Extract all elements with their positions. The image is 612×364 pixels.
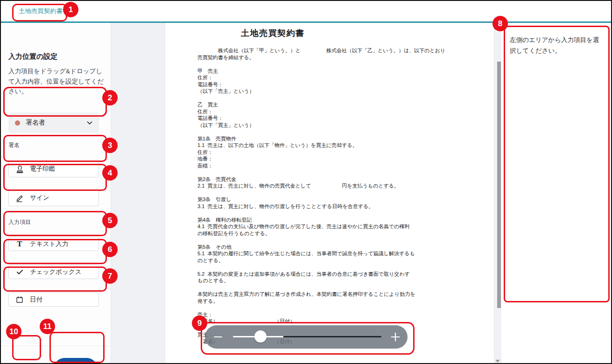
zoom-out-button[interactable]	[210, 329, 226, 345]
signer-dropdown[interactable]: 署名者	[8, 112, 99, 133]
sidebar-description: 入力項目をドラッグ&ドロップして入力内容、位置を設定してください。	[8, 66, 104, 97]
sidebar-footer-divider	[1, 346, 111, 346]
date-tool-label: 日付	[30, 295, 42, 304]
zoom-in-button[interactable]	[387, 329, 404, 345]
header: 土地売買契約書	[1, 1, 611, 21]
signer-dropdown-label: 署名者	[26, 119, 45, 127]
sidebar: 入力位置の設定 入力項目をドラッグ&ドロップして入力内容、位置を設定してください…	[1, 23, 111, 364]
calendar-icon	[15, 295, 24, 304]
text-icon: T	[15, 239, 24, 249]
back-button[interactable]: 戻る	[15, 362, 35, 364]
document-body: 株式会社（以下「甲」という。）と 株式会社（以下「乙」という。）は、以下のとおり…	[197, 47, 445, 345]
app-window: 土地売買契約書 入力位置の設定 入力項目をドラッグ&ドロップして入力内容、位置を…	[0, 0, 612, 364]
signature-tool-button[interactable]: サイン	[8, 189, 99, 206]
section-label-input: 入力項目	[8, 218, 31, 226]
properties-panel	[501, 23, 612, 364]
zoom-toolbar	[205, 325, 408, 349]
signer-color-dot-icon	[15, 120, 20, 126]
stamp-tool-button[interactable]: 電子印鑑	[8, 161, 99, 177]
section-label-sign: 署名	[8, 141, 20, 149]
stamp-tool-label: 電子印鑑	[30, 165, 55, 173]
document-scrollbar[interactable]	[497, 62, 501, 308]
stamp-icon	[15, 164, 24, 174]
zoom-slider-remaining	[283, 336, 381, 337]
zoom-slider-thumb[interactable]	[254, 330, 267, 343]
scrollbar-down-arrow-icon[interactable]	[495, 360, 500, 363]
date-tool-button[interactable]: 日付	[8, 292, 99, 307]
text-input-tool-label: テキスト入力	[30, 240, 68, 248]
properties-panel-hint: 左側のエリアから入力項目を選択してください。	[510, 35, 602, 56]
document-title: 土地売買契約書	[241, 28, 305, 39]
checkbox-tool-button[interactable]: チェックボックス	[8, 265, 99, 279]
checkbox-tool-label: チェックボックス	[30, 268, 82, 276]
tab-document-title[interactable]: 土地売買契約書	[19, 7, 63, 15]
signature-tool-label: サイン	[30, 194, 49, 202]
next-button[interactable]: 次へ	[54, 358, 97, 364]
pen-icon	[15, 193, 24, 203]
chevron-down-icon	[86, 119, 93, 126]
text-input-tool-button[interactable]: T テキスト入力	[8, 237, 99, 251]
sidebar-title: 入力位置の設定	[8, 52, 57, 61]
check-icon	[15, 267, 24, 277]
